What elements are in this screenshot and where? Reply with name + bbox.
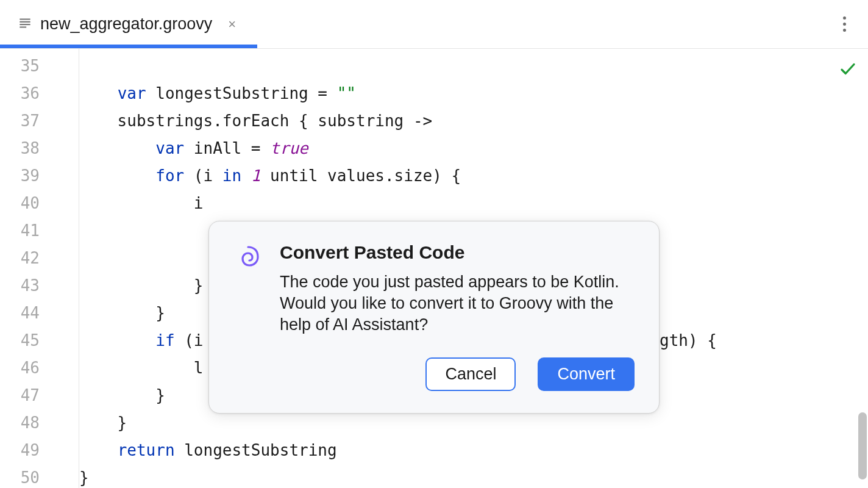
code-line: i (79, 190, 868, 217)
line-number: 49 (0, 437, 79, 464)
line-number: 40 (0, 190, 79, 217)
line-number: 39 (0, 162, 79, 190)
line-number: 42 (0, 245, 79, 272)
code-line: substrings.forEach { substring -> (79, 107, 868, 135)
convert-code-dialog: Convert Pasted Code The code you just pa… (208, 221, 660, 414)
line-number: 44 (0, 300, 79, 327)
line-number: 43 (0, 272, 79, 300)
code-line: for (i in 1 until values.size) { (79, 162, 868, 190)
code-line: return longestSubstring (79, 437, 868, 464)
ai-assistant-icon (233, 242, 263, 274)
tab-overflow-menu[interactable] (839, 13, 850, 35)
line-number: 45 (0, 327, 79, 354)
close-tab-button[interactable]: × (228, 16, 236, 32)
code-line: var inAll = true (79, 135, 868, 162)
cancel-button[interactable]: Cancel (425, 357, 516, 391)
file-text-icon (17, 15, 33, 34)
line-number: 48 (0, 409, 79, 437)
line-number: 41 (0, 217, 79, 245)
line-number: 46 (0, 354, 79, 382)
line-number: 35 (0, 52, 79, 80)
line-number: 47 (0, 382, 79, 409)
line-number-gutter: 35363738394041424344454647484950 (0, 49, 79, 488)
dialog-title: Convert Pasted Code (280, 242, 635, 263)
line-number: 50 (0, 464, 79, 488)
active-tab-indicator (0, 45, 257, 48)
code-line: } (79, 464, 868, 488)
tab-filename: new_aggregator.groovy (40, 15, 212, 34)
checkmark-icon (839, 60, 857, 81)
vertical-scrollbar-thumb[interactable] (858, 412, 867, 479)
code-editor[interactable]: 35363738394041424344454647484950 var lon… (0, 49, 868, 488)
line-number: 38 (0, 135, 79, 162)
code-line (79, 52, 868, 80)
editor-tab-bar: new_aggregator.groovy × (0, 0, 868, 49)
code-line: var longestSubstring = "" (79, 80, 868, 107)
dialog-body: The code you just pasted appears to be K… (280, 271, 635, 336)
line-number: 36 (0, 80, 79, 107)
line-number: 37 (0, 107, 79, 135)
editor-tab[interactable]: new_aggregator.groovy × (0, 0, 251, 48)
convert-button[interactable]: Convert (538, 357, 635, 391)
